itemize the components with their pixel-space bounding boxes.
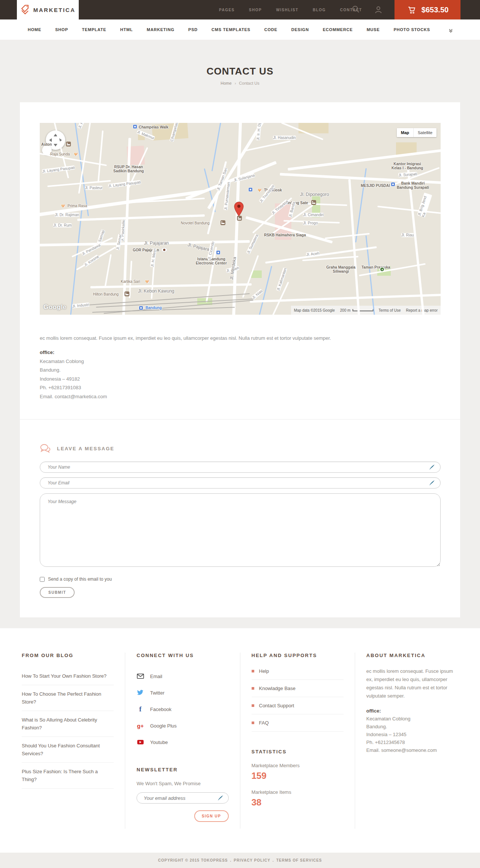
breadcrumb-home-link[interactable]: Home <box>220 81 231 85</box>
connect-label: Email <box>150 674 162 679</box>
privacy-policy-link[interactable]: PRIVACY POLICY <box>234 858 270 862</box>
contact-intro-text: ec mollis lorem consequat. Fusce ipsum e… <box>40 335 440 342</box>
hotel-icon <box>124 291 129 296</box>
menu-item-ecommerce[interactable]: ECOMMERCE <box>323 27 353 32</box>
map-label: Jl. Trunojoyo <box>259 184 275 203</box>
menu-item-photo-stocks[interactable]: PHOTO STOCKS <box>394 27 430 32</box>
menu-item-template[interactable]: TEMPLATE <box>82 27 106 32</box>
cart-button[interactable]: $653.50 <box>394 0 460 19</box>
help-label: FAQ <box>259 720 269 726</box>
stat-label: Marketplace Items <box>252 789 344 795</box>
shopping-icon <box>133 124 137 129</box>
pen-icon <box>218 795 224 802</box>
leave-message-section: LEAVE A MESSAGE Send a copy of this emai <box>20 419 460 617</box>
terms-of-services-link[interactable]: TERMS OF SERVICES <box>276 858 322 862</box>
send-copy-checkbox[interactable] <box>40 577 45 582</box>
map-label: Jl. Cimandiri <box>303 213 324 217</box>
map-type-switcher: Map Satellite <box>397 128 436 137</box>
connect-heading: CONNECT WITH US <box>136 653 228 658</box>
map-attribution: Map data ©2015 Google 200 m Terms of Use… <box>291 306 441 315</box>
top-nav-item-pages[interactable]: PAGES <box>219 8 235 12</box>
newsletter-field-wrap <box>136 792 228 804</box>
river-line <box>212 123 222 171</box>
about-address-line: Indonesia – 12345 <box>366 731 458 738</box>
pan-down-icon[interactable] <box>54 144 57 146</box>
form-heading-row: LEAVE A MESSAGE <box>40 444 440 453</box>
map-label: Bandung <box>146 306 162 310</box>
map-type-satellite-button[interactable]: Satellite <box>413 128 436 137</box>
menu-item-muse[interactable]: MUSE <box>367 27 380 32</box>
map-road <box>98 130 104 183</box>
map-label: Jl. Nias <box>251 289 263 300</box>
connect-label: Twitter <box>150 690 164 696</box>
transit-icon <box>216 250 220 255</box>
chevron-down-icon[interactable] <box>448 27 453 34</box>
map-label: Hilton Bandung <box>93 292 118 296</box>
map-scale-text: 200 m <box>340 308 351 312</box>
menu-item-shop[interactable]: SHOP <box>55 27 68 32</box>
connect-link-twitter[interactable]: Twitter <box>136 684 228 701</box>
menu-item-home[interactable]: HOME <box>28 27 41 32</box>
pan-left-icon[interactable] <box>49 138 52 142</box>
cart-total: $653.50 <box>422 6 448 14</box>
menu-item-psd[interactable]: PSD <box>188 27 198 32</box>
menu-item-design[interactable]: DESIGN <box>291 27 309 32</box>
facebook-icon: f <box>136 705 144 713</box>
top-nav-item-blog[interactable]: BLOG <box>313 8 326 12</box>
name-input[interactable] <box>40 462 441 473</box>
search-icon[interactable] <box>352 5 360 15</box>
connect-link-google-plus[interactable]: g+Google Plus <box>136 717 228 734</box>
google-map[interactable]: Map Satellite Google Map data ©2015 Goog… <box>40 123 441 315</box>
map-road <box>377 206 441 214</box>
blog-post-link[interactable]: Plus Size Fashion: Is There Such a Thing… <box>22 763 114 789</box>
connect-link-facebook[interactable]: fFacebook <box>136 701 228 717</box>
menu-item-cms-templates[interactable]: CMS TEMPLATES <box>212 27 250 32</box>
map-label: Jl. Sumatera <box>246 234 259 254</box>
google-logo[interactable]: Google <box>44 303 67 311</box>
map-road <box>325 233 370 239</box>
connect-link-email[interactable]: Email <box>136 668 228 684</box>
page-header: CONTACT US Home › Contact Us <box>0 40 480 102</box>
user-icon[interactable] <box>374 6 382 15</box>
google-plus-icon: g+ <box>136 723 144 729</box>
menu-item-marketing[interactable]: MARKETING <box>147 27 174 32</box>
station-icon <box>139 306 143 310</box>
map-label: Prima Rasa <box>68 204 87 208</box>
top-nav-item-wishlist[interactable]: WISHLIST <box>276 8 298 12</box>
blog-post-link[interactable]: Should You Use Fashion Consultant Servic… <box>22 737 114 763</box>
help-link-contact-support[interactable]: Contact Support <box>252 697 344 714</box>
top-nav-item-shop[interactable]: SHOP <box>249 8 262 12</box>
map-label: Jl. Kresna <box>83 254 99 267</box>
help-link-knowladge-base[interactable]: Knowladge Base <box>252 680 344 697</box>
map-data-text: Map data ©2015 Google <box>294 308 335 312</box>
help-link-help[interactable]: Help <box>252 663 344 680</box>
main-menu: HOMESHOPTEMPLATEHTMLMARKETINGPSDCMS TEMP… <box>0 19 480 40</box>
map-type-map-button[interactable]: Map <box>397 128 413 137</box>
map-label: MESJID PUSDAI <box>361 184 390 188</box>
email-input[interactable] <box>40 477 441 489</box>
form-heading: LEAVE A MESSAGE <box>57 446 114 451</box>
map-label: Jl. Kebon Kawung <box>138 288 174 294</box>
logo[interactable]: MARKETICA <box>17 0 79 19</box>
blog-post-link[interactable]: What is So Alluring About Celebrity Fash… <box>22 711 114 737</box>
terms-of-use-link[interactable]: Terms of Use <box>379 308 401 312</box>
stat-label: Marketplace Members <box>252 763 344 768</box>
map-marker[interactable] <box>234 202 244 217</box>
send-copy-label: Send a copy of this email to you <box>48 577 112 582</box>
menu-item-code[interactable]: CODE <box>264 27 278 32</box>
map-label: Jl. Pajajaran <box>144 241 169 246</box>
help-link-faq[interactable]: FAQ <box>252 714 344 732</box>
submit-button[interactable]: SUBMIT <box>40 587 75 598</box>
bullet-icon <box>252 670 254 672</box>
blog-post-link[interactable]: How To Choose The Perfect Fashion Store? <box>22 685 114 711</box>
blog-post-link[interactable]: How To Start Your Own Fashion Store? <box>22 667 114 685</box>
message-textarea[interactable] <box>40 493 441 567</box>
place-dot-icon <box>161 248 167 252</box>
menu-item-html[interactable]: HTML <box>120 27 133 32</box>
newsletter-email-input[interactable] <box>136 792 228 804</box>
signup-button[interactable]: SIGN UP <box>194 810 229 822</box>
shopping-icon <box>248 187 253 192</box>
office-label: office: <box>40 350 54 355</box>
map-label: Raja Sunda <box>50 152 70 156</box>
connect-link-youtube[interactable]: Youtube <box>136 734 228 750</box>
